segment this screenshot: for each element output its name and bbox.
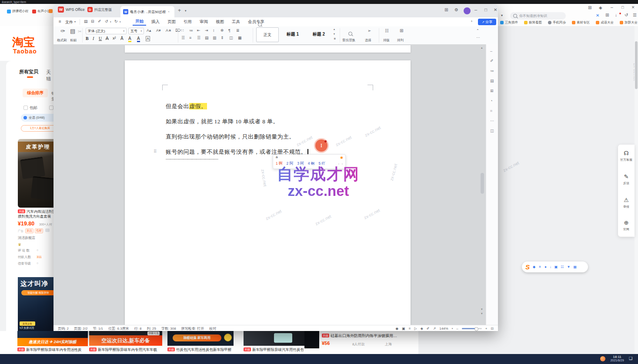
window-minimize-icon[interactable] xyxy=(474,7,477,12)
paragraph-mark-icon[interactable] xyxy=(228,29,230,33)
sort-composite[interactable]: 综合排序 xyxy=(23,89,48,97)
outline-view-icon[interactable] xyxy=(409,327,411,331)
product-title[interactable]: 天猫汽车内饰清洁剂烫膜剂免洗方向盘套装 xyxy=(18,209,53,219)
select-cursor-icon[interactable] xyxy=(367,29,371,33)
line-spacing-icon[interactable] xyxy=(220,36,224,40)
scrollbar-thumb[interactable] xyxy=(635,41,638,89)
file-menu[interactable]: 文件 xyxy=(65,20,73,25)
screenshot-toolbar[interactable]: S xyxy=(522,261,588,272)
taskbar-clock[interactable]: 18:11 2021/6/29 xyxy=(608,355,626,362)
bookmark-item[interactable]: 手机同步 xyxy=(548,20,566,25)
product-title[interactable]: 天猫竹炭包汽车用活性炭包新车除甲醛 xyxy=(167,347,233,353)
workspace-grid-icon[interactable] xyxy=(444,8,448,12)
page-view-icon[interactable] xyxy=(402,327,405,331)
borders-icon[interactable] xyxy=(238,36,242,40)
download-icon[interactable] xyxy=(615,13,617,17)
save-icon[interactable] xyxy=(84,20,88,23)
ribbon-more-icon[interactable] xyxy=(476,36,480,40)
find-replace-icon[interactable] xyxy=(348,32,352,36)
distribute-icon[interactable] xyxy=(213,36,217,40)
superscript-icon[interactable]: x² xyxy=(113,36,116,40)
tab-insert[interactable]: 插入 xyxy=(149,19,162,25)
table-tool-icon[interactable] xyxy=(490,89,494,93)
zoom-out-icon[interactable] xyxy=(456,327,458,331)
bookmark-item[interactable]: 极简看图 xyxy=(524,20,542,25)
tab-reference[interactable]: 引用 xyxy=(181,19,194,25)
web-view-icon[interactable] xyxy=(421,327,423,331)
notifications-icon[interactable] xyxy=(629,356,632,361)
undo-caret-icon[interactable] xyxy=(110,21,111,23)
tool-icon-3[interactable] xyxy=(544,265,547,269)
settings-gear-icon[interactable] xyxy=(454,8,458,12)
wps-doc-tab-active[interactable]: W 每月小课: ..开店50过程 xyxy=(120,6,174,17)
numbering-icon[interactable] xyxy=(189,29,193,33)
play-view-icon[interactable] xyxy=(414,327,417,331)
strip-card-1-image[interactable]: 空运次日达,新车必备 净量可见 xyxy=(89,331,162,346)
print-icon[interactable] xyxy=(91,20,94,23)
character-shading-icon[interactable]: A xyxy=(146,36,150,41)
browser-shield-icon[interactable] xyxy=(599,6,602,10)
browser-scrollbar[interactable] xyxy=(635,26,638,354)
collapse-ribbon-icon[interactable] xyxy=(476,29,479,33)
grid-tool-icon[interactable] xyxy=(490,109,492,113)
increase-font-icon[interactable] xyxy=(147,29,151,33)
free-shipping-checkbox[interactable] xyxy=(23,106,28,110)
styles-more-icon[interactable] xyxy=(334,37,336,40)
menu-icon[interactable] xyxy=(633,13,637,17)
list-item-title[interactable]: 天猫硅基出口海外防雨剂内饰半涂镀膜用… xyxy=(322,333,411,339)
browser-minimize-icon[interactable] xyxy=(611,5,613,10)
redo-caret-icon[interactable] xyxy=(120,21,121,23)
tool-icon-8[interactable] xyxy=(573,265,577,269)
product-image-leather[interactable]: 皮革护理 xyxy=(18,139,53,208)
product-title[interactable]: 天猫新车除甲醛除异味汽车用竹炭包 xyxy=(244,347,304,353)
panel-tool-icon[interactable] xyxy=(490,129,494,133)
new-tab-icon[interactable] xyxy=(178,8,181,13)
doc-scrollbar-thumb[interactable] xyxy=(481,173,484,194)
strikethrough-icon[interactable]: A xyxy=(106,36,109,41)
styles-down-icon[interactable] xyxy=(334,33,335,35)
zoom-level[interactable]: 144% xyxy=(439,327,448,331)
increase-indent-icon[interactable] xyxy=(205,29,208,33)
tab-tmall[interactable]: 天猫 xyxy=(46,69,53,82)
collapse-panel-icon[interactable] xyxy=(490,49,492,53)
zoom-in-icon[interactable] xyxy=(485,327,488,331)
format-painter-icon[interactable] xyxy=(60,28,65,34)
scroll-up-icon[interactable] xyxy=(481,46,483,50)
justify-icon[interactable] xyxy=(205,36,209,40)
redo-icon[interactable] xyxy=(114,20,118,23)
typeset-label[interactable]: 排版 xyxy=(383,38,390,43)
tab-list-icon[interactable] xyxy=(185,9,187,12)
select-all-pill[interactable]: 全选 (0/48) xyxy=(21,114,53,122)
format-painter-label[interactable]: 格式刷 xyxy=(57,38,67,43)
fit-width-icon[interactable] xyxy=(433,327,436,331)
arrange-icon[interactable] xyxy=(400,29,403,33)
side-panel-item-website[interactable]: 官网 xyxy=(618,218,635,232)
undo-icon[interactable] xyxy=(105,20,108,23)
tab-tools[interactable]: 工具 xyxy=(229,19,243,25)
browser-close-icon[interactable] xyxy=(631,6,635,10)
wps-doc-tab-1[interactable]: D 抖店完整版 xyxy=(87,7,112,12)
zoom-slider[interactable] xyxy=(462,328,482,329)
product-title[interactable]: 天猫新车除甲醛除异味车内专用汽车车载 xyxy=(89,347,161,353)
document-page[interactable]: 但是会出虚假。 如果出虚假，就把 12 单降 10 单或者 8 单。 直到你出现… xyxy=(125,60,411,325)
status-word-count[interactable]: 字数: 308 xyxy=(161,326,176,331)
share-button[interactable]: 分享 xyxy=(478,19,496,25)
paragraph-drag-handle[interactable] xyxy=(154,149,157,154)
product-title[interactable]: 天猫新车除甲醛除异味车内专用活性炭 xyxy=(17,347,87,353)
bookmark-item[interactable]: 素材专区 xyxy=(572,20,590,25)
tool-icon-6[interactable] xyxy=(561,265,564,269)
bullets-icon[interactable] xyxy=(181,29,184,33)
tab-review[interactable]: 审阅 xyxy=(197,19,210,25)
tab-view[interactable]: 视图 xyxy=(213,19,227,25)
bookmark-item[interactable]: 三角插件 xyxy=(500,20,518,25)
font-color-icon[interactable]: A xyxy=(137,36,140,42)
fullscreen-icon[interactable] xyxy=(491,327,494,331)
browser-search-box[interactable]: 你不知道的冷知识 xyxy=(510,12,566,20)
font-name-select[interactable]: 宋体 (正文) xyxy=(86,28,127,34)
bold-icon[interactable]: B xyxy=(86,36,89,41)
decrease-font-icon[interactable] xyxy=(156,29,161,33)
outline-tool-icon[interactable] xyxy=(490,69,494,73)
find-replace-label[interactable]: 查找替换 xyxy=(342,38,355,43)
hamburger-icon[interactable] xyxy=(59,20,61,24)
filter-checkbox-2[interactable] xyxy=(49,106,53,110)
